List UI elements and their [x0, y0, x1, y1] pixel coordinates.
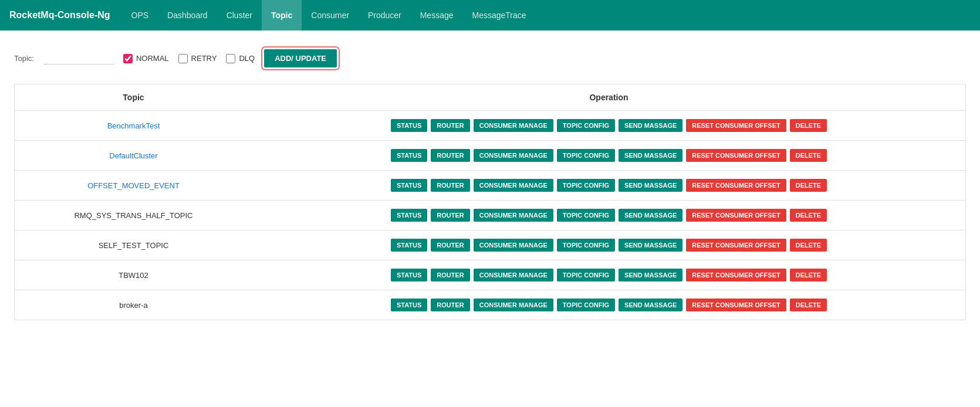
topic-config-button[interactable]: TOPIC CONFIG: [557, 269, 615, 281]
router-button[interactable]: ROUTER: [431, 239, 469, 252]
topic-config-button[interactable]: TOPIC CONFIG: [557, 119, 615, 132]
delete-button[interactable]: DELETE: [790, 209, 827, 222]
operation-cell: STATUSROUTERCONSUMER MANAGETOPIC CONFIGS…: [252, 290, 965, 320]
operation-cell: STATUSROUTERCONSUMER MANAGETOPIC CONFIGS…: [252, 260, 965, 290]
table-row: BenchmarkTestSTATUSROUTERCONSUMER MANAGE…: [15, 111, 965, 141]
reset-consumer-offset-button[interactable]: RESET CONSUMER OFFSET: [686, 179, 786, 192]
action-buttons: STATUSROUTERCONSUMER MANAGETOPIC CONFIGS…: [262, 209, 956, 222]
nav-item-consumer[interactable]: Consumer: [302, 0, 359, 30]
consumer-manage-button[interactable]: CONSUMER MANAGE: [474, 119, 553, 132]
navbar: RocketMq-Console-Ng OPSDashboardClusterT…: [0, 0, 980, 30]
reset-consumer-offset-button[interactable]: RESET CONSUMER OFFSET: [686, 209, 786, 222]
send-massage-button[interactable]: SEND MASSAGE: [619, 209, 682, 222]
send-massage-button[interactable]: SEND MASSAGE: [619, 179, 682, 192]
delete-button[interactable]: DELETE: [790, 179, 827, 192]
status-button[interactable]: STATUS: [391, 239, 427, 252]
router-button[interactable]: ROUTER: [431, 269, 469, 281]
topic-config-button[interactable]: TOPIC CONFIG: [557, 209, 615, 222]
consumer-manage-button[interactable]: CONSUMER MANAGE: [474, 209, 553, 222]
topic-config-button[interactable]: TOPIC CONFIG: [557, 149, 615, 162]
action-buttons: STATUSROUTERCONSUMER MANAGETOPIC CONFIGS…: [262, 299, 956, 311]
status-button[interactable]: STATUS: [391, 119, 427, 132]
normal-label: NORMAL: [136, 54, 169, 63]
delete-button[interactable]: DELETE: [790, 269, 827, 281]
dlq-checkbox[interactable]: [226, 54, 235, 63]
send-massage-button[interactable]: SEND MASSAGE: [619, 119, 682, 132]
status-button[interactable]: STATUS: [391, 299, 427, 311]
nav-item-ops[interactable]: OPS: [122, 0, 158, 30]
retry-checkbox-group[interactable]: RETRY: [178, 54, 217, 63]
router-button[interactable]: ROUTER: [431, 149, 469, 162]
action-buttons: STATUSROUTERCONSUMER MANAGETOPIC CONFIGS…: [262, 149, 956, 162]
col-operation: Operation: [252, 84, 965, 111]
nav-item-topic[interactable]: Topic: [262, 0, 302, 30]
add-update-button[interactable]: ADD/ UPDATE: [264, 49, 337, 67]
delete-button[interactable]: DELETE: [790, 239, 827, 252]
filter-bar: Topic: NORMAL RETRY DLQ ADD/ UPDATE: [14, 45, 966, 72]
topic-name: RMQ_SYS_TRANS_HALF_TOPIC: [74, 211, 192, 220]
table-row: RMQ_SYS_TRANS_HALF_TOPICSTATUSROUTERCONS…: [15, 201, 965, 230]
table-header-row: Topic Operation: [15, 84, 965, 111]
normal-checkbox[interactable]: [123, 54, 133, 63]
consumer-manage-button[interactable]: CONSUMER MANAGE: [474, 269, 553, 281]
send-massage-button[interactable]: SEND MASSAGE: [619, 239, 682, 252]
topic-config-button[interactable]: TOPIC CONFIG: [557, 239, 615, 252]
topic-name: BenchmarkTest: [107, 121, 160, 130]
dlq-label: DLQ: [239, 54, 255, 63]
table-row: SELF_TEST_TOPICSTATUSROUTERCONSUMER MANA…: [15, 230, 965, 260]
normal-checkbox-group[interactable]: NORMAL: [123, 54, 169, 63]
col-topic: Topic: [15, 84, 252, 111]
send-massage-button[interactable]: SEND MASSAGE: [619, 299, 682, 311]
status-button[interactable]: STATUS: [391, 209, 427, 222]
operation-cell: STATUSROUTERCONSUMER MANAGETOPIC CONFIGS…: [252, 230, 965, 260]
reset-consumer-offset-button[interactable]: RESET CONSUMER OFFSET: [686, 119, 786, 132]
consumer-manage-button[interactable]: CONSUMER MANAGE: [474, 149, 553, 162]
dlq-checkbox-group[interactable]: DLQ: [226, 54, 255, 63]
topic-name: broker-a: [119, 301, 147, 310]
status-button[interactable]: STATUS: [391, 179, 427, 192]
reset-consumer-offset-button[interactable]: RESET CONSUMER OFFSET: [686, 149, 786, 162]
status-button[interactable]: STATUS: [391, 149, 427, 162]
main-content: Topic: NORMAL RETRY DLQ ADD/ UPDATE Topi…: [0, 30, 980, 407]
consumer-manage-button[interactable]: CONSUMER MANAGE: [474, 299, 553, 311]
navbar-nav: OPSDashboardClusterTopicConsumerProducer…: [122, 0, 536, 30]
reset-consumer-offset-button[interactable]: RESET CONSUMER OFFSET: [686, 239, 786, 252]
topic-input[interactable]: [43, 53, 114, 65]
consumer-manage-button[interactable]: CONSUMER MANAGE: [474, 239, 553, 252]
router-button[interactable]: ROUTER: [431, 209, 469, 222]
send-massage-button[interactable]: SEND MASSAGE: [619, 149, 682, 162]
action-buttons: STATUSROUTERCONSUMER MANAGETOPIC CONFIGS…: [262, 269, 956, 281]
status-button[interactable]: STATUS: [391, 269, 427, 281]
reset-consumer-offset-button[interactable]: RESET CONSUMER OFFSET: [686, 299, 786, 311]
topic-name: SELF_TEST_TOPIC: [99, 241, 169, 250]
router-button[interactable]: ROUTER: [431, 179, 469, 192]
table-row: TBW102STATUSROUTERCONSUMER MANAGETOPIC C…: [15, 260, 965, 290]
delete-button[interactable]: DELETE: [790, 119, 827, 132]
router-button[interactable]: ROUTER: [431, 119, 469, 132]
topic-table-container: Topic Operation BenchmarkTestSTATUSROUTE…: [14, 84, 966, 320]
consumer-manage-button[interactable]: CONSUMER MANAGE: [474, 179, 553, 192]
delete-button[interactable]: DELETE: [790, 299, 827, 311]
retry-label: RETRY: [191, 54, 217, 63]
topic-table: Topic Operation BenchmarkTestSTATUSROUTE…: [15, 84, 965, 320]
reset-consumer-offset-button[interactable]: RESET CONSUMER OFFSET: [686, 269, 786, 281]
table-row: OFFSET_MOVED_EVENTSTATUSROUTERCONSUMER M…: [15, 171, 965, 201]
operation-cell: STATUSROUTERCONSUMER MANAGETOPIC CONFIGS…: [252, 201, 965, 230]
table-row: broker-aSTATUSROUTERCONSUMER MANAGETOPIC…: [15, 290, 965, 320]
topic-config-button[interactable]: TOPIC CONFIG: [557, 179, 615, 192]
nav-item-cluster[interactable]: Cluster: [217, 0, 262, 30]
delete-button[interactable]: DELETE: [790, 149, 827, 162]
navbar-brand: RocketMq-Console-Ng: [9, 10, 110, 21]
nav-item-dashboard[interactable]: Dashboard: [158, 0, 217, 30]
operation-cell: STATUSROUTERCONSUMER MANAGETOPIC CONFIGS…: [252, 141, 965, 171]
topic-name: DefaultCluster: [109, 151, 157, 160]
topic-config-button[interactable]: TOPIC CONFIG: [557, 299, 615, 311]
nav-item-message[interactable]: Message: [411, 0, 463, 30]
router-button[interactable]: ROUTER: [431, 299, 469, 311]
operation-cell: STATUSROUTERCONSUMER MANAGETOPIC CONFIGS…: [252, 111, 965, 141]
nav-item-messagetrace[interactable]: MessageTrace: [463, 0, 536, 30]
send-massage-button[interactable]: SEND MASSAGE: [619, 269, 682, 281]
nav-item-producer[interactable]: Producer: [359, 0, 411, 30]
table-row: DefaultClusterSTATUSROUTERCONSUMER MANAG…: [15, 141, 965, 171]
retry-checkbox[interactable]: [178, 54, 188, 63]
